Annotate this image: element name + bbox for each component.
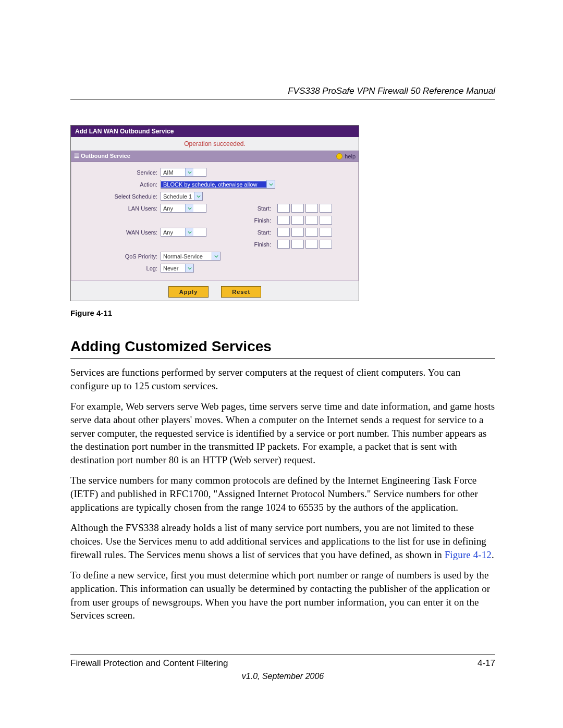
reset-button[interactable]: Reset	[221, 286, 261, 298]
chevron-down-icon	[212, 252, 220, 260]
lan-users-select[interactable]: Any	[161, 204, 206, 213]
body-paragraph: For example, Web servers serve Web pages…	[70, 400, 495, 466]
running-head: FVS338 ProSafe VPN Firewall 50 Reference…	[70, 86, 495, 100]
footer-chapter: Firewall Protection and Content Filterin…	[70, 658, 228, 669]
footer-version: v1.0, September 2006	[70, 672, 495, 681]
chevron-down-icon	[194, 192, 202, 200]
action-label: Action:	[77, 181, 161, 188]
wan-finish-input[interactable]	[277, 240, 332, 249]
lan-finish-input[interactable]	[277, 216, 332, 225]
chevron-down-icon	[185, 264, 193, 272]
chevron-down-icon	[185, 228, 193, 236]
section-bar: ☰ Outbound Service help	[71, 151, 359, 162]
router-ui-figure: Add LAN WAN Outbound Service Operation s…	[70, 125, 359, 301]
wan-finish-label: Finish:	[254, 241, 271, 248]
lan-start-input[interactable]	[277, 204, 332, 213]
schedule-select[interactable]: Schedule 1	[161, 192, 203, 201]
lan-finish-label: Finish:	[254, 217, 271, 224]
figure-link[interactable]: Figure 4-12	[445, 549, 492, 560]
qos-select[interactable]: Normal-Service	[161, 252, 221, 261]
chevron-down-icon	[185, 204, 193, 212]
footer-page: 4-17	[478, 658, 495, 669]
wan-start-input[interactable]	[277, 228, 332, 237]
body-paragraph: The service numbers for many common prot…	[70, 474, 495, 514]
help-link[interactable]: help	[336, 153, 356, 159]
service-label: Service:	[77, 169, 161, 176]
page-footer: Firewall Protection and Content Filterin…	[70, 655, 495, 681]
status-message: Operation succeeded.	[71, 137, 359, 151]
body-paragraph: Although the FVS338 already holds a list…	[70, 521, 495, 561]
chevron-down-icon	[266, 180, 275, 188]
wan-start-label: Start:	[258, 229, 271, 236]
log-select[interactable]: Never	[161, 264, 194, 273]
section-title: ☰ Outbound Service	[74, 153, 130, 159]
section-heading: Adding Customized Services	[70, 338, 495, 359]
body-paragraph: Services are functions performed by serv…	[70, 366, 495, 392]
apply-button[interactable]: Apply	[168, 286, 209, 298]
help-icon	[336, 153, 342, 159]
action-select[interactable]: BLOCK by schedule, otherwise allow	[161, 180, 275, 189]
wan-users-select[interactable]: Any	[161, 228, 206, 237]
router-window-title: Add LAN WAN Outbound Service	[71, 126, 359, 137]
log-label: Log:	[77, 265, 161, 272]
lan-start-label: Start:	[258, 205, 271, 212]
schedule-label: Select Schedule:	[77, 193, 161, 200]
wan-users-label: WAN Users:	[77, 229, 161, 236]
figure-caption: Figure 4-11	[70, 309, 495, 317]
qos-label: QoS Priority:	[77, 253, 161, 260]
chevron-down-icon	[185, 168, 193, 176]
body-paragraph: To define a new service, first you must …	[70, 569, 495, 622]
lan-users-label: LAN Users:	[77, 205, 161, 212]
service-select[interactable]: AIM	[161, 168, 206, 177]
